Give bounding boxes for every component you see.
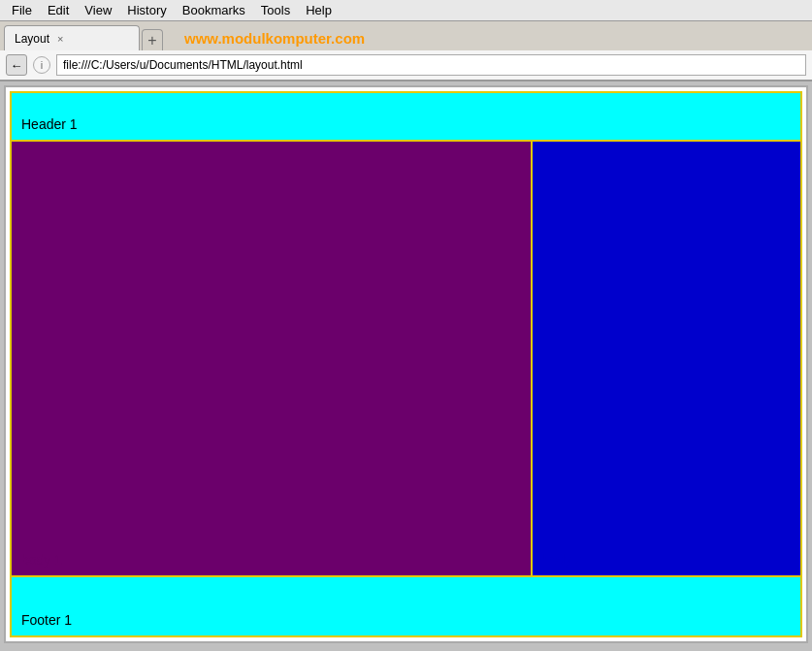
header-label: Header 1 [21,116,78,132]
menu-bar: File Edit View History Bookmarks Tools H… [0,0,812,21]
page-footer: Footer 1 [12,577,800,635]
tab-label: Layout [15,32,49,46]
page-header: Header 1 [12,93,800,142]
browser-content: Header 1 body 1 body 2 Footer 1 [4,85,808,643]
info-icon[interactable]: i [33,56,50,74]
page-layout: Header 1 body 1 body 2 Footer 1 [10,91,802,637]
menu-tools[interactable]: Tools [253,1,298,19]
address-bar: ← i [0,50,812,81]
tab-close-button[interactable]: × [57,33,63,45]
body1-label: body 1 [21,552,62,568]
page-body: body 1 body 2 [12,142,800,577]
menu-view[interactable]: View [77,1,119,19]
new-tab-button[interactable]: + [142,29,163,50]
footer-label: Footer 1 [21,612,72,628]
url-input[interactable] [56,54,806,76]
watermark-text: www.modulkomputer.com [184,30,365,47]
browser-tab[interactable]: Layout × [4,25,140,50]
page-body-2: body 2 [533,142,800,575]
menu-bookmarks[interactable]: Bookmarks [175,1,253,19]
body2-label: body 2 [542,552,583,568]
back-button[interactable]: ← [6,54,27,76]
menu-history[interactable]: History [119,1,174,19]
menu-file[interactable]: File [4,1,40,19]
menu-edit[interactable]: Edit [40,1,77,19]
tab-bar: Layout × + www.modulkomputer.com [0,21,812,50]
menu-help[interactable]: Help [298,1,340,19]
page-body-1: body 1 [12,142,533,575]
